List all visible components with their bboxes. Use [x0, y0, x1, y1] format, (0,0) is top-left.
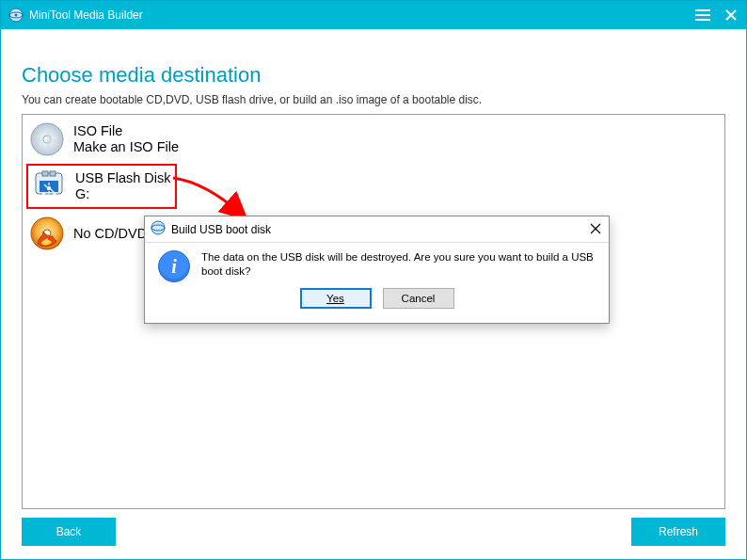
back-button[interactable]: Back [22, 518, 116, 546]
svg-point-12 [47, 186, 51, 190]
footer-bar: Back Refresh [1, 518, 746, 546]
svg-rect-5 [695, 19, 710, 21]
svg-rect-10 [42, 171, 48, 176]
dialog-cancel-button[interactable]: Cancel [383, 288, 454, 309]
option-cd-title: No CD/DVD [73, 226, 147, 242]
close-icon[interactable] [725, 9, 737, 21]
svg-rect-3 [695, 9, 710, 11]
option-usb-flash-disk[interactable]: USB Flash Disk G: [26, 164, 177, 209]
dialog-yes-button[interactable]: Yes [300, 288, 372, 309]
disc-icon [28, 120, 66, 158]
svg-point-13 [54, 193, 56, 196]
build-usb-dialog: Build USB boot disk i The data on the US… [144, 216, 610, 324]
page-subheading: You can create bootable CD,DVD, USB flas… [22, 93, 725, 106]
dialog-app-icon [151, 220, 166, 239]
svg-rect-4 [695, 14, 710, 16]
svg-point-17 [151, 221, 165, 234]
dialog-close-icon[interactable] [590, 221, 601, 238]
dialog-message: The data on the USB disk will be destroy… [201, 250, 597, 282]
refresh-button[interactable]: Refresh [631, 518, 725, 546]
svg-point-2 [15, 14, 18, 17]
app-title: MiniTool Media Builder [29, 8, 143, 22]
app-icon [8, 8, 24, 23]
option-iso-title: ISO File [73, 123, 179, 139]
dialog-titlebar[interactable]: Build USB boot disk [145, 216, 609, 243]
svg-rect-11 [50, 171, 56, 176]
page-heading: Choose media destination [22, 63, 725, 88]
option-iso-sub: Make an ISO File [73, 139, 179, 155]
option-usb-sub: G: [75, 186, 171, 202]
option-usb-title: USB Flash Disk [75, 170, 171, 186]
cd-burn-icon [28, 215, 66, 252]
app-titlebar: MiniTool Media Builder [1, 1, 746, 29]
usb-drive-icon [30, 168, 68, 205]
menu-icon[interactable] [695, 8, 710, 22]
svg-rect-14 [42, 193, 45, 196]
info-icon: i [158, 250, 190, 282]
option-iso-file[interactable]: ISO File Make an ISO File [26, 119, 721, 160]
dialog-title: Build USB boot disk [171, 223, 271, 236]
